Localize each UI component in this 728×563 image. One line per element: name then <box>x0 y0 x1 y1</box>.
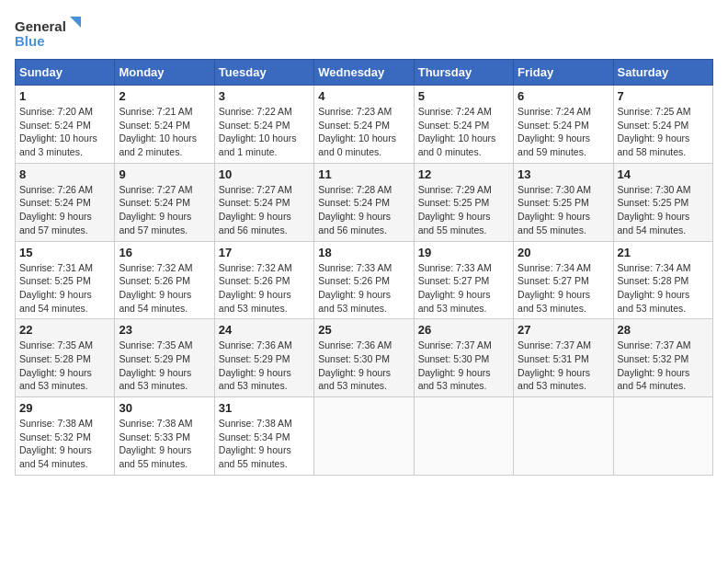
calendar-cell: 30Sunrise: 7:38 AMSunset: 5:33 PMDayligh… <box>115 397 214 476</box>
calendar-cell <box>414 397 513 476</box>
day-info: Sunrise: 7:36 AMSunset: 5:29 PMDaylight:… <box>219 339 292 391</box>
day-number: 16 <box>119 246 210 259</box>
calendar-cell: 27Sunrise: 7:37 AMSunset: 5:31 PMDayligh… <box>514 319 613 397</box>
calendar-cell: 11Sunrise: 7:28 AMSunset: 5:24 PMDayligh… <box>314 163 414 241</box>
day-info: Sunrise: 7:34 AMSunset: 5:28 PMDaylight:… <box>618 262 691 314</box>
day-info: Sunrise: 7:37 AMSunset: 5:30 PMDaylight:… <box>418 339 492 391</box>
day-number: 27 <box>518 323 609 337</box>
day-number: 4 <box>318 89 409 103</box>
calendar-cell: 5Sunrise: 7:24 AMSunset: 5:24 PMDaylight… <box>414 86 513 164</box>
day-number: 20 <box>518 246 609 259</box>
day-info: Sunrise: 7:27 AMSunset: 5:24 PMDaylight:… <box>219 184 292 236</box>
calendar-cell: 26Sunrise: 7:37 AMSunset: 5:30 PMDayligh… <box>414 319 513 397</box>
calendar-header: SundayMondayTuesdayWednesdayThursdayFrid… <box>16 60 713 86</box>
day-number: 18 <box>318 246 409 259</box>
day-number: 6 <box>518 89 609 103</box>
day-number: 21 <box>618 246 709 259</box>
calendar-cell: 23Sunrise: 7:35 AMSunset: 5:29 PMDayligh… <box>115 319 214 397</box>
day-number: 30 <box>119 401 210 415</box>
logo-svg: General Blue <box>15 15 88 52</box>
weekday-header-thursday: Thursday <box>414 60 513 86</box>
day-number: 26 <box>418 323 509 337</box>
svg-text:General: General <box>15 18 66 34</box>
calendar-cell: 25Sunrise: 7:36 AMSunset: 5:30 PMDayligh… <box>314 319 414 397</box>
day-number: 17 <box>219 246 310 259</box>
calendar-cell: 3Sunrise: 7:22 AMSunset: 5:24 PMDaylight… <box>214 86 313 164</box>
weekday-header-tuesday: Tuesday <box>214 60 313 86</box>
calendar-week-5: 29Sunrise: 7:38 AMSunset: 5:32 PMDayligh… <box>16 397 713 476</box>
calendar-cell: 16Sunrise: 7:32 AMSunset: 5:26 PMDayligh… <box>115 241 214 319</box>
calendar-cell: 13Sunrise: 7:30 AMSunset: 5:25 PMDayligh… <box>514 163 613 241</box>
day-info: Sunrise: 7:38 AMSunset: 5:32 PMDaylight:… <box>19 418 93 469</box>
calendar-cell: 29Sunrise: 7:38 AMSunset: 5:32 PMDayligh… <box>16 397 115 476</box>
day-info: Sunrise: 7:25 AMSunset: 5:24 PMDaylight:… <box>618 106 691 157</box>
calendar-cell: 9Sunrise: 7:27 AMSunset: 5:24 PMDaylight… <box>115 163 214 241</box>
day-info: Sunrise: 7:29 AMSunset: 5:25 PMDaylight:… <box>418 184 492 236</box>
day-info: Sunrise: 7:34 AMSunset: 5:27 PMDaylight:… <box>518 262 591 314</box>
day-number: 29 <box>19 401 110 415</box>
day-info: Sunrise: 7:31 AMSunset: 5:25 PMDaylight:… <box>19 262 93 314</box>
calendar-cell: 20Sunrise: 7:34 AMSunset: 5:27 PMDayligh… <box>514 241 613 319</box>
calendar-cell: 1Sunrise: 7:20 AMSunset: 5:24 PMDaylight… <box>16 86 115 164</box>
calendar-week-1: 1Sunrise: 7:20 AMSunset: 5:24 PMDaylight… <box>16 86 713 164</box>
day-info: Sunrise: 7:35 AMSunset: 5:28 PMDaylight:… <box>19 339 93 391</box>
weekday-header-sunday: Sunday <box>16 60 115 86</box>
day-number: 31 <box>219 401 310 415</box>
calendar-cell: 19Sunrise: 7:33 AMSunset: 5:27 PMDayligh… <box>414 241 513 319</box>
day-number: 9 <box>119 167 210 181</box>
calendar-cell <box>514 397 613 476</box>
day-number: 12 <box>418 167 509 181</box>
day-number: 8 <box>19 167 110 181</box>
day-number: 22 <box>19 323 110 337</box>
day-info: Sunrise: 7:33 AMSunset: 5:27 PMDaylight:… <box>418 262 492 314</box>
day-number: 14 <box>618 167 709 181</box>
day-number: 13 <box>518 167 609 181</box>
day-info: Sunrise: 7:22 AMSunset: 5:24 PMDaylight:… <box>219 106 297 157</box>
day-number: 2 <box>119 89 210 103</box>
calendar-table: SundayMondayTuesdayWednesdayThursdayFrid… <box>15 59 713 476</box>
calendar-cell: 6Sunrise: 7:24 AMSunset: 5:24 PMDaylight… <box>514 86 613 164</box>
day-info: Sunrise: 7:24 AMSunset: 5:24 PMDaylight:… <box>418 106 496 157</box>
calendar-cell: 24Sunrise: 7:36 AMSunset: 5:29 PMDayligh… <box>214 319 313 397</box>
day-number: 3 <box>219 89 310 103</box>
day-number: 25 <box>318 323 409 337</box>
calendar-cell: 31Sunrise: 7:38 AMSunset: 5:34 PMDayligh… <box>214 397 313 476</box>
day-info: Sunrise: 7:32 AMSunset: 5:26 PMDaylight:… <box>219 262 292 314</box>
calendar-cell: 2Sunrise: 7:21 AMSunset: 5:24 PMDaylight… <box>115 86 214 164</box>
day-info: Sunrise: 7:32 AMSunset: 5:26 PMDaylight:… <box>119 262 192 314</box>
day-info: Sunrise: 7:33 AMSunset: 5:26 PMDaylight:… <box>318 262 392 314</box>
day-number: 5 <box>418 89 509 103</box>
calendar-cell: 28Sunrise: 7:37 AMSunset: 5:32 PMDayligh… <box>613 319 712 397</box>
day-info: Sunrise: 7:24 AMSunset: 5:24 PMDaylight:… <box>518 106 591 157</box>
calendar-cell: 21Sunrise: 7:34 AMSunset: 5:28 PMDayligh… <box>613 241 712 319</box>
day-number: 15 <box>19 246 110 259</box>
day-number: 11 <box>318 167 409 181</box>
day-info: Sunrise: 7:37 AMSunset: 5:31 PMDaylight:… <box>518 339 591 391</box>
weekday-header-friday: Friday <box>514 60 613 86</box>
day-info: Sunrise: 7:30 AMSunset: 5:25 PMDaylight:… <box>518 184 591 236</box>
logo: General Blue <box>15 15 88 52</box>
day-number: 7 <box>618 89 709 103</box>
calendar-cell: 22Sunrise: 7:35 AMSunset: 5:28 PMDayligh… <box>16 319 115 397</box>
day-info: Sunrise: 7:35 AMSunset: 5:29 PMDaylight:… <box>119 339 192 391</box>
calendar-cell <box>314 397 414 476</box>
day-number: 19 <box>418 246 509 259</box>
day-info: Sunrise: 7:20 AMSunset: 5:24 PMDaylight:… <box>19 106 97 157</box>
day-number: 10 <box>219 167 310 181</box>
day-info: Sunrise: 7:37 AMSunset: 5:32 PMDaylight:… <box>618 339 691 391</box>
calendar-cell: 4Sunrise: 7:23 AMSunset: 5:24 PMDaylight… <box>314 86 414 164</box>
day-info: Sunrise: 7:28 AMSunset: 5:24 PMDaylight:… <box>318 184 392 236</box>
day-info: Sunrise: 7:38 AMSunset: 5:33 PMDaylight:… <box>119 418 192 469</box>
calendar-cell: 7Sunrise: 7:25 AMSunset: 5:24 PMDaylight… <box>613 86 712 164</box>
calendar-cell: 12Sunrise: 7:29 AMSunset: 5:25 PMDayligh… <box>414 163 513 241</box>
day-info: Sunrise: 7:23 AMSunset: 5:24 PMDaylight:… <box>318 106 396 157</box>
day-number: 23 <box>119 323 210 337</box>
day-info: Sunrise: 7:27 AMSunset: 5:24 PMDaylight:… <box>119 184 192 236</box>
svg-text:Blue: Blue <box>15 33 45 49</box>
calendar-cell: 15Sunrise: 7:31 AMSunset: 5:25 PMDayligh… <box>16 241 115 319</box>
calendar-week-2: 8Sunrise: 7:26 AMSunset: 5:24 PMDaylight… <box>16 163 713 241</box>
day-info: Sunrise: 7:36 AMSunset: 5:30 PMDaylight:… <box>318 339 392 391</box>
calendar-cell: 18Sunrise: 7:33 AMSunset: 5:26 PMDayligh… <box>314 241 414 319</box>
day-number: 28 <box>618 323 709 337</box>
page-header: General Blue <box>15 15 713 52</box>
